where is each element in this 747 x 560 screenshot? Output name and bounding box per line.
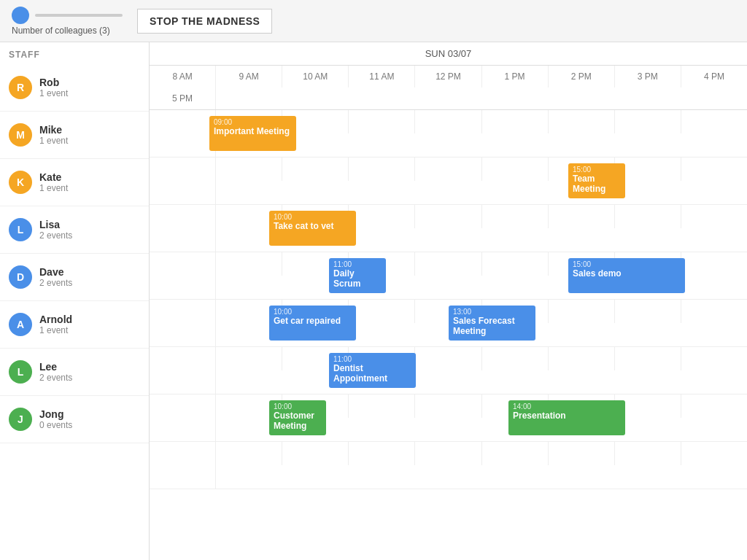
events-overlay: 09:00 Important Meeting bbox=[150, 110, 747, 157]
staff-events: 1 event bbox=[39, 88, 68, 98]
slider-handle[interactable] bbox=[12, 7, 29, 24]
avatar-lee: L bbox=[9, 360, 32, 384]
calendar-event[interactable]: 15:00 Team Meeting bbox=[568, 163, 625, 198]
avatar-lisa: L bbox=[9, 218, 32, 241]
event-title: Team Meeting bbox=[573, 174, 621, 194]
calendar-event[interactable]: 10:00 Customer Meeting bbox=[269, 400, 326, 435]
events-overlay: 11:00 Dentist Appointment bbox=[150, 347, 747, 394]
staff-item-dave[interactable]: D Dave 2 events bbox=[0, 254, 149, 301]
time-headers: 8 AM9 AM10 AM11 AM12 PM1 PM2 PM3 PM4 PM5… bbox=[150, 66, 747, 110]
colleague-count-label: Number of colleagues (3) bbox=[12, 26, 110, 36]
slider-track[interactable] bbox=[35, 14, 123, 17]
calendar-row-jong bbox=[150, 442, 747, 489]
event-title: Presentation bbox=[513, 411, 621, 421]
event-time: 15:00 bbox=[573, 260, 681, 268]
calendar-event[interactable]: 10:00 Take cat to vet bbox=[269, 211, 356, 246]
events-overlay: 15:00 Team Meeting bbox=[150, 158, 747, 204]
avatar-dave: D bbox=[9, 265, 32, 289]
staff-events: 2 events bbox=[39, 373, 72, 383]
staff-item-lisa[interactable]: L Lisa 2 events bbox=[0, 206, 149, 254]
colleague-slider[interactable] bbox=[12, 7, 123, 24]
time-header-10am: 10 AM bbox=[282, 66, 349, 88]
calendar-grid: 09:00 Important Meeting 15:00 Team Meeti… bbox=[150, 110, 747, 489]
calendar-event[interactable]: 09:00 Important Meeting bbox=[209, 116, 296, 151]
calendar-event[interactable]: 10:00 Get car repaired bbox=[269, 306, 356, 341]
event-time: 11:00 bbox=[333, 355, 411, 363]
staff-info-lee: Lee 2 events bbox=[39, 361, 72, 383]
time-header-12pm: 12 PM bbox=[415, 66, 481, 88]
event-time: 09:00 bbox=[214, 118, 292, 126]
event-time: 11:00 bbox=[333, 260, 382, 268]
time-header-1pm: 1 PM bbox=[482, 66, 549, 88]
staff-item-rob[interactable]: R Rob 1 event bbox=[0, 64, 149, 112]
calendar-row-arnold: 11:00 Dentist Appointment bbox=[150, 347, 747, 394]
time-header-4pm: 4 PM bbox=[681, 66, 747, 88]
calendar-event[interactable]: 15:00 Sales demo bbox=[568, 258, 685, 293]
staff-events: 1 event bbox=[39, 136, 68, 146]
staff-list: R Rob 1 event M Mike 1 event K Kate 1 ev… bbox=[0, 64, 149, 443]
event-time: 10:00 bbox=[274, 213, 352, 221]
staff-item-arnold[interactable]: A Arnold 1 event bbox=[0, 301, 149, 349]
staff-item-mike[interactable]: M Mike 1 event bbox=[0, 112, 149, 159]
time-header-2pm: 2 PM bbox=[549, 66, 615, 88]
staff-events: 0 events bbox=[39, 420, 72, 430]
staff-events: 1 event bbox=[39, 183, 68, 193]
events-overlay: 10:00 Take cat to vet bbox=[150, 205, 747, 252]
staff-info-arnold: Arnold 1 event bbox=[39, 314, 72, 335]
calendar-row-lisa: 11:00 Daily Scrum 15:00 Sales demo bbox=[150, 252, 747, 300]
staff-name: Dave bbox=[39, 266, 72, 278]
event-title: Get car repaired bbox=[274, 316, 352, 326]
staff-events: 1 event bbox=[39, 325, 72, 335]
staff-name: Lisa bbox=[39, 219, 72, 230]
staff-name: Arnold bbox=[39, 314, 72, 325]
avatar-arnold: A bbox=[9, 313, 32, 336]
staff-name: Jong bbox=[39, 408, 72, 420]
avatar-mike: M bbox=[9, 123, 32, 147]
time-header-8am: 8 AM bbox=[150, 66, 216, 88]
staff-info-dave: Dave 2 events bbox=[39, 266, 72, 288]
calendar-event[interactable]: 14:00 Presentation bbox=[508, 400, 625, 435]
event-title: Sales Forecast Meeting bbox=[453, 316, 531, 336]
staff-name: Rob bbox=[39, 77, 68, 88]
stop-button[interactable]: STOP THE MADNESS bbox=[137, 9, 272, 34]
events-overlay: 11:00 Daily Scrum 15:00 Sales demo bbox=[150, 252, 747, 299]
avatar-rob: R bbox=[9, 76, 32, 99]
event-title: Daily Scrum bbox=[333, 268, 382, 289]
staff-events: 2 events bbox=[39, 278, 72, 288]
avatar-jong: J bbox=[9, 408, 32, 431]
event-time: 10:00 bbox=[274, 402, 322, 411]
calendar-row-dave: 10:00 Get car repaired 13:00 Sales Forec… bbox=[150, 300, 747, 347]
event-title: Dentist Appointment bbox=[333, 363, 411, 384]
calendar-row-kate: 10:00 Take cat to vet bbox=[150, 205, 747, 252]
event-title: Sales demo bbox=[573, 268, 681, 279]
event-time: 15:00 bbox=[573, 166, 621, 174]
staff-item-jong[interactable]: J Jong 0 events bbox=[0, 396, 149, 443]
event-title: Important Meeting bbox=[214, 126, 292, 136]
events-overlay: 10:00 Customer Meeting 14:00 Presentatio… bbox=[150, 394, 747, 441]
staff-name: Mike bbox=[39, 124, 68, 136]
staff-events: 2 events bbox=[39, 230, 72, 241]
time-header-11am: 11 AM bbox=[349, 66, 415, 88]
event-time: 13:00 bbox=[453, 308, 531, 316]
event-title: Customer Meeting bbox=[274, 411, 322, 431]
staff-item-kate[interactable]: K Kate 1 event bbox=[0, 159, 149, 206]
staff-name: Lee bbox=[39, 361, 72, 373]
avatar-kate: K bbox=[9, 171, 32, 194]
event-time: 14:00 bbox=[513, 402, 621, 411]
calendar-row-mike: 15:00 Team Meeting bbox=[150, 158, 747, 205]
staff-name: Kate bbox=[39, 171, 68, 183]
staff-info-rob: Rob 1 event bbox=[39, 77, 68, 98]
calendar-event[interactable]: 11:00 Daily Scrum bbox=[329, 258, 386, 293]
event-time: 10:00 bbox=[274, 308, 352, 316]
event-title: Take cat to vet bbox=[274, 221, 352, 231]
events-overlay bbox=[150, 442, 747, 489]
calendar-event[interactable]: 11:00 Dentist Appointment bbox=[329, 353, 416, 388]
events-overlay: 10:00 Get car repaired 13:00 Sales Forec… bbox=[150, 300, 747, 346]
calendar-event[interactable]: 13:00 Sales Forecast Meeting bbox=[449, 306, 535, 341]
staff-item-lee[interactable]: L Lee 2 events bbox=[0, 349, 149, 396]
time-header-3pm: 3 PM bbox=[615, 66, 681, 88]
time-header-5pm: 5 PM bbox=[150, 88, 216, 109]
staff-info-kate: Kate 1 event bbox=[39, 171, 68, 193]
calendar-row-lee: 10:00 Customer Meeting 14:00 Presentatio… bbox=[150, 394, 747, 442]
staff-info-lisa: Lisa 2 events bbox=[39, 219, 72, 241]
